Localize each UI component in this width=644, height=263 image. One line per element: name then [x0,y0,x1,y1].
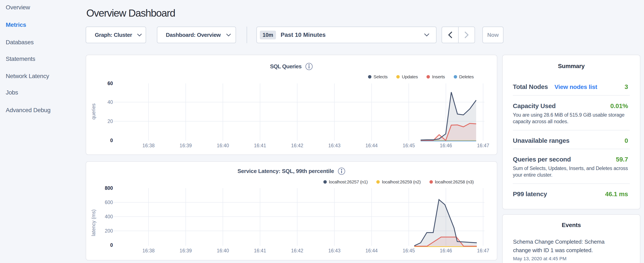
svg-text:20: 20 [107,119,113,124]
svg-text:16:38: 16:38 [142,143,155,148]
svg-text:16:43: 16:43 [328,143,340,148]
svg-text:16:45: 16:45 [403,143,415,148]
svg-text:16:44: 16:44 [366,248,378,253]
svg-text:0: 0 [110,242,113,248]
svg-text:16:43: 16:43 [328,248,340,253]
svg-text:latency (ms): latency (ms) [91,209,96,236]
svg-text:16:39: 16:39 [180,248,192,253]
svg-text:16:40: 16:40 [217,143,229,148]
svg-text:16:38: 16:38 [142,248,155,253]
svg-text:16:46: 16:46 [440,143,452,148]
svg-text:16:42: 16:42 [291,143,304,148]
svg-text:60: 60 [107,81,113,86]
svg-text:queries: queries [91,103,96,119]
svg-text:16:47: 16:47 [477,143,489,148]
svg-text:16:46: 16:46 [440,248,452,253]
svg-text:800: 800 [105,185,113,191]
svg-text:0: 0 [110,138,113,143]
svg-text:16:39: 16:39 [180,143,192,148]
svg-text:16:41: 16:41 [254,143,266,148]
svg-text:16:41: 16:41 [254,248,266,253]
svg-text:40: 40 [107,99,113,105]
svg-text:16:42: 16:42 [291,248,304,253]
svg-text:200: 200 [105,228,113,234]
svg-text:16:47: 16:47 [477,248,489,253]
svg-text:600: 600 [105,200,113,205]
svg-text:16:44: 16:44 [366,143,378,148]
svg-text:400: 400 [105,214,113,219]
svg-text:16:45: 16:45 [403,248,415,253]
svg-text:16:40: 16:40 [217,248,229,253]
